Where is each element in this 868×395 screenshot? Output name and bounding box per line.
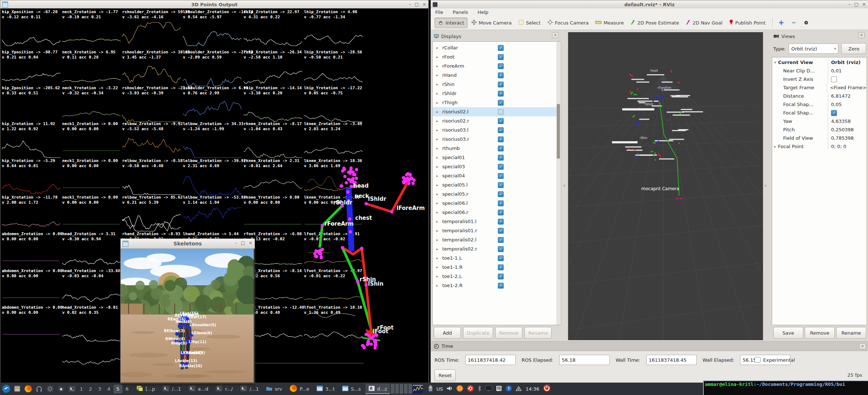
enabled-checkbox[interactable]: ✓ [498,255,504,261]
enabled-checkbox[interactable]: ✓ [498,210,504,215]
property-distance[interactable]: Distance6,81472 [772,92,867,100]
time-close-icon[interactable]: × [859,343,866,349]
scrollbar-thumb[interactable] [557,104,560,159]
display-item-risorius03.r[interactable]: ▸risorius03.r✓ [433,135,556,144]
tray-help-orange-icon[interactable] [456,385,463,393]
taskbar-window-strip[interactable] [404,384,407,394]
collapse-right-icon[interactable]: › [764,183,767,188]
taskbar-window-strip[interactable] [395,384,399,394]
enabled-checkbox[interactable]: ✓ [498,228,504,234]
expander-icon[interactable]: ▾ [772,60,778,64]
expander-icon[interactable]: ▸ [436,110,440,114]
tray-bluetooth-icon[interactable] [477,385,482,393]
expander-icon[interactable]: ▸ [436,91,440,95]
tool-select[interactable]: Select [515,18,544,28]
display-item-temporalis02.l[interactable]: ▸temporalis02.l✓ [433,235,556,244]
enabled-checkbox[interactable]: ✓ [498,237,504,243]
display-item-special03[interactable]: ▸special03✓ [433,162,556,171]
expander-icon[interactable]: ▸ [436,82,440,86]
display-item-special05.r[interactable]: ▸special05.r✓ [433,189,556,199]
expander-icon[interactable]: ▸ [436,183,440,187]
property-target-frame[interactable]: Target Frame<Fixed Frame> [772,83,867,92]
display-item-risorius03.l[interactable]: ▸risorius03.l✓ [433,125,556,135]
tool-interact[interactable]: Interact [435,18,467,28]
maximize-icon[interactable]: □ [854,2,858,7]
expander-icon[interactable]: ▸ [436,174,440,178]
tray-network-icon[interactable] [515,385,522,392]
expander-icon[interactable]: ▸ [436,274,440,278]
display-item-risorius02.l[interactable]: ▸risorius02.l✓ [433,107,556,116]
taskbar-window-r[interactable]: $_r.../ [213,384,236,394]
enabled-checkbox[interactable]: ✓ [498,219,504,225]
system-monitor-applet[interactable] [413,384,423,394]
workspace-4[interactable]: 4 [105,385,113,393]
launcher-firefox-icon[interactable] [23,384,33,394]
tool-focus-camera[interactable]: Focus Camera [544,18,591,28]
taskbar-window-strip[interactable] [409,384,412,394]
property-field-of-view[interactable]: Field of View0,785398 [772,134,867,142]
expander-icon[interactable]: ▸ [436,128,440,132]
launcher-files-icon[interactable] [12,384,22,394]
tray-update-red-icon[interactable] [467,385,474,393]
rviz-3d-viewport[interactable]: rForeArmheadlShldrrShinmocapnt Camera [568,32,763,340]
menu-help[interactable]: Help [478,10,489,15]
add-button[interactable]: Add [434,327,461,339]
menu-file[interactable]: File [435,10,443,15]
tray-package-icon[interactable]: K [496,385,502,393]
display-item-toe1-1.R[interactable]: ▸toe1-1.R✓ [433,263,556,272]
close-icon[interactable]: × [249,240,252,245]
taskbar-window-srv[interactable]: srv [263,384,285,394]
enabled-checkbox[interactable]: ✓ [498,72,504,78]
expander-icon[interactable]: ▸ [436,55,440,59]
expander-icon[interactable]: ▸ [436,229,440,233]
workspace-6[interactable]: 6 [123,385,131,393]
enabled-checkbox[interactable]: ✓ [498,200,504,206]
power-button-icon[interactable] [543,384,551,394]
tray-battery-icon[interactable] [428,385,433,393]
display-item-rShldr[interactable]: ▸rShldr✓ [433,89,556,98]
taskbar-window-ad[interactable]: $_a...d [185,384,211,394]
enabled-checkbox[interactable]: ✓ [498,109,504,115]
close-icon[interactable]: × [862,2,866,7]
taskbar-window-strip[interactable] [400,384,403,394]
enabled-checkbox[interactable]: ✓ [498,274,504,279]
launcher-app-a-icon[interactable]: a [56,384,66,394]
maximize-icon[interactable]: □ [241,240,245,245]
rviz-titlebar[interactable]: default.rviz* - RViz – □ × [431,0,868,9]
expander-icon[interactable]: ▸ [436,210,440,214]
menu-panels[interactable]: Panels [453,10,468,15]
enabled-checkbox[interactable]: ✓ [498,63,504,69]
points-titlebar[interactable]: 3D Points Output – □ × [0,0,428,9]
property-invert-z-axis[interactable]: Invert Z Axis [772,75,867,83]
minimize-icon[interactable]: – [235,240,237,245]
expander-icon[interactable]: ▸ [436,238,440,242]
property-current-view[interactable]: ▾Current ViewOrbit (rviz) [772,58,867,67]
enabled-checkbox[interactable]: ✓ [498,182,504,188]
enabled-checkbox[interactable]: ✓ [498,45,504,51]
display-item-rHand[interactable]: ▸rHand✓ [433,71,556,80]
display-item-rShin[interactable]: ▸rShin✓ [433,80,556,89]
workspace-2[interactable]: 2 [87,385,94,393]
views-property-tree[interactable]: ▾Current ViewOrbit (rviz)Near Clip D...0… [772,57,867,325]
enabled-checkbox[interactable]: ✓ [498,136,504,142]
expander-icon[interactable]: ▸ [436,146,440,150]
tray-display-icon[interactable] [485,385,492,393]
expander-icon[interactable]: ▸ [436,64,440,68]
close-icon[interactable]: × [422,2,426,7]
expander-icon[interactable]: ▸ [436,137,440,141]
duplicate-button[interactable]: Duplicate [463,327,493,339]
experimental-checkbox[interactable] [755,357,760,363]
tool-measure[interactable]: Measure [592,19,627,27]
tool-2d-nav-goal[interactable]: 2D Nav Goal [683,18,725,28]
taskbar-window-Pe[interactable]: P...e [286,384,312,394]
enabled-checkbox[interactable]: ✓ [498,283,504,289]
enabled-checkbox[interactable]: ✓ [498,173,504,179]
rename-button[interactable]: Rename [525,327,552,339]
launcher-headphones-icon[interactable] [34,384,44,394]
property-focal-point[interactable]: ▸Focal Point0; 0; 0 [772,142,867,151]
workspace-1[interactable]: 1 [78,385,85,393]
display-item-rThigh[interactable]: ▸rThigh✓ [433,98,556,107]
keyboard-layout-indicator[interactable]: US [436,386,443,392]
scrollbar-track[interactable] [556,42,560,325]
display-item-special04[interactable]: ▸special04✓ [433,171,556,180]
